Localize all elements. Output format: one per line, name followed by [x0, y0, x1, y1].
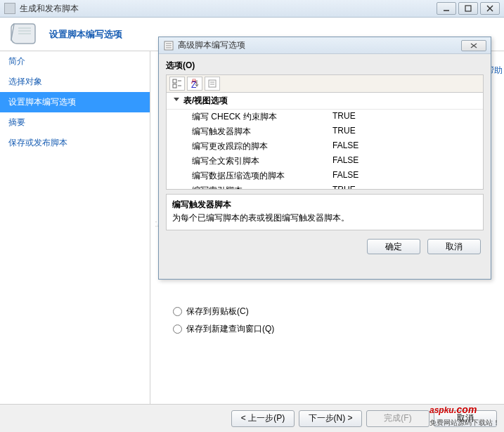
- dialog-close-button[interactable]: [461, 40, 486, 51]
- dialog-body: 选项(O) AZ 表/视图选项 编写 CHECK 约束脚本TRUE 编写触发器脚…: [159, 54, 491, 233]
- radio-clipboard-input[interactable]: [173, 307, 182, 316]
- advanced-options-dialog: 高级脚本编写选项 选项(O) AZ 表/视图选项 编写 CHECK 约束脚本TR…: [158, 37, 491, 280]
- dialog-title: 高级脚本编写选项: [178, 39, 461, 51]
- sidebar-item-save[interactable]: 保存或发布脚本: [0, 133, 150, 153]
- dialog-icon: [163, 40, 174, 51]
- sidebar: 简介 选择对象 设置脚本编写选项 摘要 保存或发布脚本: [0, 51, 150, 432]
- grid-toolbar: AZ: [166, 74, 484, 93]
- close-button[interactable]: [480, 2, 500, 15]
- radio-newquery-input[interactable]: [173, 325, 182, 334]
- description-text: 为每个已编写脚本的表或视图编写触发器脚本。: [172, 212, 477, 224]
- grid-row[interactable]: 编写更改跟踪的脚本FALSE: [167, 139, 483, 154]
- wizard-footer: < 上一步(P) 下一步(N) > 完成(F) 取消: [0, 404, 504, 432]
- sidebar-item-select[interactable]: 选择对象: [0, 72, 150, 92]
- grid-row[interactable]: 编写数据压缩选项的脚本FALSE: [167, 169, 483, 183]
- window-controls: [437, 2, 500, 15]
- grid-group-header[interactable]: 表/视图选项: [167, 93, 483, 110]
- sidebar-item-intro[interactable]: 简介: [0, 51, 150, 72]
- sort-button[interactable]: AZ: [187, 77, 202, 91]
- options-label: 选项(O): [166, 60, 484, 72]
- main-titlebar: 生成和发布脚本: [0, 0, 504, 18]
- dialog-cancel-button[interactable]: 取消: [427, 239, 481, 254]
- radio-clipboard[interactable]: 保存到剪贴板(C): [173, 303, 490, 320]
- description-title: 编写触发器脚本: [172, 199, 477, 211]
- categorize-button[interactable]: [169, 77, 185, 91]
- svg-rect-19: [209, 80, 216, 87]
- grid-row[interactable]: 编写索引脚本TRUE: [167, 183, 483, 190]
- options-grid[interactable]: 表/视图选项 编写 CHECK 约束脚本TRUE 编写触发器脚本TRUE 编写更…: [166, 93, 484, 190]
- sidebar-item-options[interactable]: 设置脚本编写选项: [0, 92, 150, 112]
- radio-newquery[interactable]: 保存到新建查询窗口(Q): [173, 320, 490, 338]
- maximize-button[interactable]: [458, 2, 478, 15]
- grid-row[interactable]: 编写全文索引脚本FALSE: [167, 154, 483, 169]
- window-title: 生成和发布脚本: [20, 3, 437, 15]
- app-icon: [4, 3, 15, 14]
- grid-row[interactable]: 编写 CHECK 约束脚本TRUE: [167, 110, 483, 124]
- cancel-button[interactable]: 取消: [434, 410, 497, 427]
- script-icon: [10, 21, 41, 48]
- ok-button[interactable]: 确定: [367, 239, 420, 254]
- next-button[interactable]: 下一步(N) >: [299, 410, 362, 427]
- save-target-group: 保存到剪贴板(C) 保存到新建查询窗口(Q): [164, 303, 490, 338]
- properties-button[interactable]: [205, 77, 220, 91]
- radio-clipboard-label: 保存到剪贴板(C): [186, 306, 249, 318]
- finish-button: 完成(F): [366, 410, 429, 427]
- dialog-titlebar: 高级脚本编写选项: [159, 37, 491, 54]
- radio-newquery-label: 保存到新建查询窗口(Q): [186, 323, 274, 335]
- dialog-footer: 确定 取消: [159, 233, 491, 260]
- description-panel: 编写触发器脚本 为每个已编写脚本的表或视图编写触发器脚本。: [166, 194, 484, 230]
- sidebar-item-summary[interactable]: 摘要: [0, 112, 150, 133]
- svg-rect-14: [173, 84, 176, 88]
- svg-rect-1: [465, 6, 471, 11]
- minimize-button[interactable]: [437, 2, 456, 15]
- page-title: 设置脚本编写选项: [49, 28, 122, 41]
- grid-row[interactable]: 编写触发器脚本TRUE: [167, 124, 483, 139]
- main-window: 生成和发布脚本 设置脚本编写选项 简介 选择对象 设置脚本编写选项 摘要 保存或…: [0, 0, 504, 432]
- svg-rect-13: [173, 79, 176, 83]
- back-button[interactable]: < 上一步(P): [231, 410, 295, 427]
